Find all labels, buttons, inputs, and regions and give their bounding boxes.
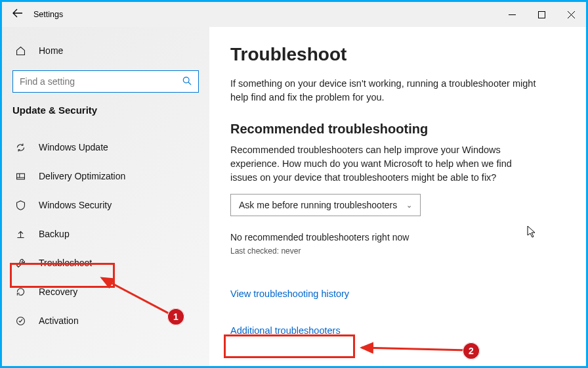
annotation-arrow-2 [2,2,588,368]
cursor-icon [527,225,537,241]
annotation-badge-2: 2 [463,342,480,359]
svg-line-9 [362,348,468,350]
